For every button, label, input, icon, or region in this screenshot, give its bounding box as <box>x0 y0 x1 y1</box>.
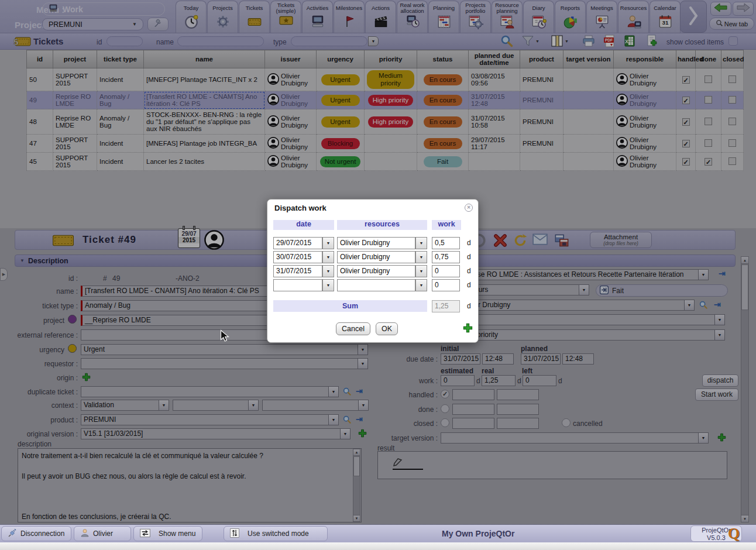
footer-bar: Disconnection Olivier Show menu Use swit… <box>0 524 756 542</box>
dispatch-date-select[interactable]: 30/07/2015 <box>273 251 322 263</box>
dispatch-date-select[interactable]: 31/07/2015 <box>273 265 322 277</box>
dispatch-resource-select[interactable] <box>337 279 415 291</box>
date-select-arrow[interactable]: ▼ <box>322 237 334 249</box>
resource-select-arrow[interactable]: ▼ <box>415 237 427 249</box>
add-row-icon[interactable] <box>463 323 473 335</box>
dispatch-work-input[interactable]: 0 <box>432 265 460 277</box>
user-icon <box>80 528 90 539</box>
dispatch-resource-select[interactable]: Olivier Drubigny <box>337 265 415 277</box>
switched-mode-button[interactable]: Use switched mode <box>224 526 328 541</box>
dispatch-date-select[interactable] <box>273 279 322 291</box>
dispatch-work-input[interactable]: 0,75 <box>432 251 460 263</box>
app-title: My Own ProjeQtOr <box>442 529 514 538</box>
mouse-cursor <box>220 329 230 345</box>
show-menu-button[interactable]: Show menu <box>133 526 202 541</box>
resource-select-arrow[interactable]: ▼ <box>415 251 427 263</box>
switch-mode-icon <box>230 528 239 539</box>
col-header-date: date <box>273 220 334 230</box>
dispatch-resource-select[interactable]: Olivier Drubigny <box>337 237 415 249</box>
col-header-work: work <box>432 220 461 230</box>
plug-icon <box>8 528 17 539</box>
col-header-resources: resources <box>337 220 427 230</box>
disconnection-button[interactable]: Disconnection <box>1 526 71 541</box>
close-icon[interactable]: ✕ <box>465 204 473 212</box>
swap-arrows-icon <box>140 528 150 539</box>
bottom-strip <box>0 542 756 550</box>
dispatch-work-input[interactable]: 0 <box>432 279 460 291</box>
dispatch-resource-select[interactable]: Olivier Drubigny <box>337 251 415 263</box>
sum-value-field: 1,25 <box>432 300 460 312</box>
dispatch-work-dialog: Dispatch work ✕ date resources work 29/0… <box>267 199 479 343</box>
app-window: Menu : Work Project : PREMUNI ▼ Today Pr… <box>0 0 756 550</box>
resource-select-arrow[interactable]: ▼ <box>415 279 427 291</box>
user-button[interactable]: Olivier <box>74 526 131 541</box>
dispatch-work-input[interactable]: 0,5 <box>432 237 460 249</box>
date-select-arrow[interactable]: ▼ <box>322 265 334 277</box>
dialog-title: Dispatch work <box>274 204 327 212</box>
date-select-arrow[interactable]: ▼ <box>322 279 334 291</box>
ok-button[interactable]: OK <box>376 322 398 335</box>
sum-label: Sum <box>273 300 427 312</box>
dispatch-date-select[interactable]: 29/07/2015 <box>273 237 322 249</box>
date-select-arrow[interactable]: ▼ <box>322 251 334 263</box>
resource-select-arrow[interactable]: ▼ <box>415 265 427 277</box>
cancel-button[interactable]: Cancel <box>336 322 370 335</box>
projeqtor-logo: Q <box>728 525 740 542</box>
